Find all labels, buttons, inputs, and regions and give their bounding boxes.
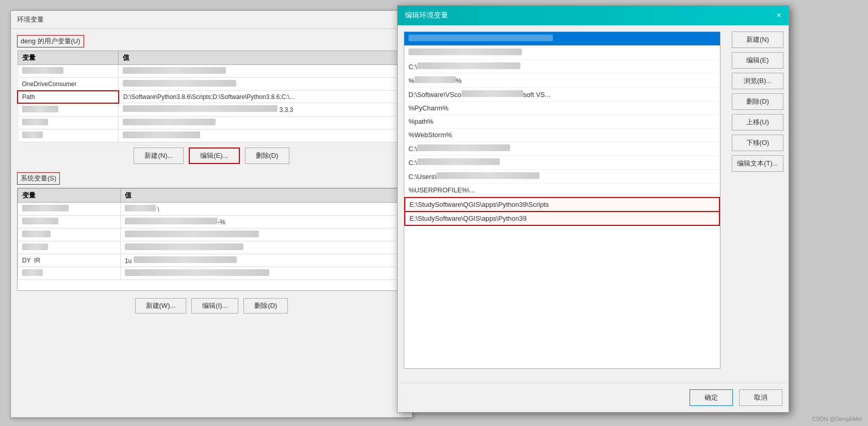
table-row[interactable]: 3.3.3 — [18, 103, 406, 117]
edit-text-button[interactable]: 编辑文本(T)... — [732, 155, 783, 172]
table-row[interactable] — [18, 65, 406, 78]
path-row[interactable]: Path D:\Software\Python3.8.6\Scripts;D:\… — [18, 91, 406, 103]
path-item[interactable]: C:\ — [404, 156, 720, 170]
table-row[interactable] — [18, 241, 405, 254]
move-down-button[interactable]: 下移(O) — [732, 135, 783, 151]
system-var-table: 变量 值 \ -% — [17, 188, 406, 291]
env-dialog-title: 环境变量 — [11, 11, 412, 29]
edit-env-dialog: 编辑环境变量 × C:\ %% D:\So — [397, 5, 789, 413]
path-item[interactable]: C:\ — [404, 142, 720, 156]
edit-dialog-title: 编辑环境变量 — [405, 11, 448, 20]
path-item[interactable]: C:\ — [404, 60, 720, 74]
browse-path-button[interactable]: 浏览(B)... — [732, 73, 783, 89]
system-section: 系统变量(S) 变量 值 \ — [17, 172, 406, 314]
close-icon[interactable]: × — [777, 11, 781, 20]
edit-path-button[interactable]: 编辑(E) — [732, 52, 783, 69]
env-dialog: 环境变量 deng 的用户变量(U) 变量 值 One — [10, 10, 413, 418]
path-list[interactable]: C:\ %% D:\Software\VScosoft VS... %PyCha… — [404, 31, 720, 369]
path-item[interactable]: %path% — [404, 115, 720, 128]
path-item[interactable] — [404, 46, 720, 60]
new-system-button[interactable]: 新建(W)... — [135, 298, 187, 314]
path-item[interactable]: %WebStorm% — [404, 128, 720, 142]
edit-action-buttons: 新建(N) 编辑(E) 浏览(B)... 删除(D) 上移(U) 下移(O) 编… — [727, 25, 789, 380]
col-value: 值 — [119, 51, 406, 65]
csdn-watermark: CSDN @Deng&Mei — [812, 416, 862, 422]
system-section-label: 系统变量(S) — [17, 172, 60, 185]
edit-dialog-footer: 确定 取消 — [398, 383, 789, 412]
new-user-button[interactable]: 新建(N)... — [134, 148, 184, 164]
path-item[interactable]: %PyCharm% — [404, 102, 720, 115]
edit-user-button[interactable]: 编辑(E)... — [189, 148, 239, 164]
table-row[interactable]: DY IR 1u — [18, 254, 405, 267]
table-row[interactable] — [18, 116, 406, 129]
edit-system-button[interactable]: 编辑(I)... — [191, 298, 238, 314]
path-item[interactable]: C:\Users\ — [404, 170, 720, 184]
delete-path-button[interactable]: 删除(D) — [732, 93, 783, 110]
confirm-button[interactable]: 确定 — [690, 389, 733, 406]
move-up-button[interactable]: 上移(U) — [732, 114, 783, 130]
table-row[interactable] — [18, 129, 406, 142]
path-item-qgis-python[interactable]: E:\StudySoftware\QGIS\apps\Python39 — [404, 212, 720, 226]
table-row[interactable]: OneDriveConsumer — [18, 78, 406, 91]
path-item-qgis-scripts[interactable]: E:\StudySoftware\QGIS\apps\Python39\Scri… — [404, 197, 720, 212]
new-path-button[interactable]: 新建(N) — [732, 31, 783, 48]
system-buttons: 新建(W)... 编辑(I)... 删除(D) — [17, 298, 406, 314]
table-row[interactable]: \ — [18, 202, 405, 215]
user-section-label: deng 的用户变量(U) — [17, 35, 84, 47]
delete-system-button[interactable]: 删除(D) — [243, 298, 288, 314]
path-item[interactable] — [404, 32, 720, 46]
table-row[interactable] — [18, 267, 405, 280]
cancel-button[interactable]: 取消 — [739, 389, 782, 406]
path-list-area: C:\ %% D:\Software\VScosoft VS... %PyCha… — [398, 25, 727, 380]
user-buttons: 新建(N)... 编辑(E)... 删除(D) — [17, 148, 406, 164]
col-var: 变量 — [18, 51, 119, 65]
path-item[interactable]: %USERPROFILE%\... — [404, 184, 720, 197]
delete-user-button[interactable]: 删除(D) — [245, 148, 289, 164]
edit-dialog-titlebar: 编辑环境变量 × — [398, 6, 789, 25]
user-var-table: 变量 值 OneDriveConsumer Path D: — [17, 51, 406, 142]
path-item[interactable]: %% — [404, 74, 720, 88]
user-section: deng 的用户变量(U) 变量 值 OneDriveConsumer — [17, 35, 406, 164]
path-item[interactable]: D:\Software\VScosoft VS... — [404, 88, 720, 102]
table-row[interactable]: -% — [18, 215, 405, 228]
table-row[interactable] — [18, 228, 405, 241]
